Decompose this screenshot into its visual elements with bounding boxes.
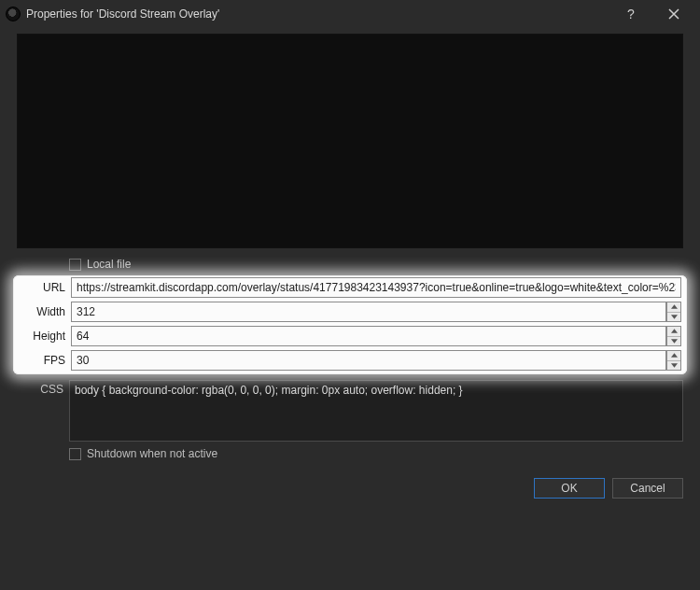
css-input[interactable]: [69, 380, 683, 442]
highlighted-fields-group: URL Width Height: [13, 275, 687, 374]
close-button[interactable]: [655, 0, 693, 28]
preview-pane: [17, 34, 683, 248]
height-label: Height: [19, 326, 71, 346]
spin-up-icon[interactable]: [667, 351, 680, 360]
cancel-button[interactable]: Cancel: [612, 478, 683, 499]
width-input[interactable]: [71, 302, 666, 322]
spin-down-icon[interactable]: [667, 360, 680, 371]
help-button[interactable]: ?: [612, 0, 650, 28]
height-spinner[interactable]: [666, 326, 681, 346]
shutdown-checkbox[interactable]: Shutdown when not active: [69, 447, 217, 460]
window-title: Properties for 'Discord Stream Overlay': [26, 7, 219, 21]
shutdown-label: Shutdown when not active: [87, 447, 217, 460]
checkbox-box-icon: [69, 259, 81, 271]
spin-up-icon[interactable]: [667, 302, 680, 312]
app-icon: [6, 7, 21, 21]
fps-input[interactable]: [71, 350, 666, 371]
spin-down-icon[interactable]: [667, 312, 680, 322]
dialog-button-bar: OK Cancel: [0, 472, 700, 508]
width-label: Width: [19, 302, 71, 322]
ok-button[interactable]: OK: [534, 478, 605, 499]
local-file-checkbox[interactable]: Local file: [69, 258, 131, 271]
fps-spinner[interactable]: [666, 350, 681, 371]
spin-up-icon[interactable]: [667, 327, 680, 336]
checkbox-box-icon: [69, 448, 81, 460]
spin-down-icon[interactable]: [667, 336, 680, 346]
url-input[interactable]: [71, 277, 681, 298]
title-bar: Properties for 'Discord Stream Overlay' …: [0, 0, 700, 28]
local-file-label: Local file: [87, 258, 131, 271]
css-label: CSS: [17, 380, 69, 442]
height-input[interactable]: [71, 326, 666, 346]
fps-label: FPS: [19, 350, 71, 371]
width-spinner[interactable]: [666, 302, 681, 322]
close-icon: [668, 8, 679, 20]
url-label: URL: [19, 277, 71, 298]
